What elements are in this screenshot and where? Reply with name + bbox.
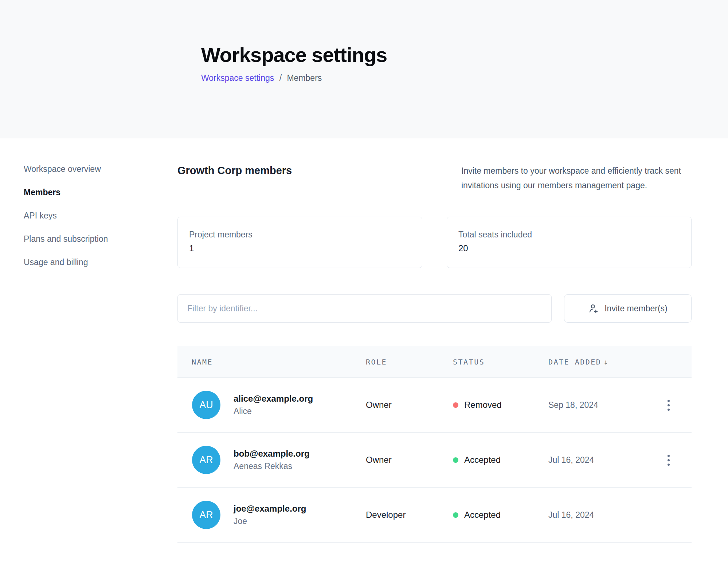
member-role: Developer: [366, 510, 453, 520]
member-role: Owner: [366, 455, 453, 465]
breadcrumb-separator: /: [279, 73, 282, 83]
table-row: AR joe@example.org Joe Developer Accepte…: [177, 488, 692, 543]
status-dot: [453, 402, 458, 408]
members-table: NAME ROLE STATUS DATE ADDED↓ AU alice@ex…: [177, 346, 692, 543]
member-identity: joe@example.org Joe: [234, 504, 306, 526]
status-label: Accepted: [464, 455, 501, 465]
member-name-cell: AR bob@example.org Aeneas Rekkas: [177, 446, 366, 474]
status-dot: [453, 457, 458, 463]
settings-sidebar: Workspace overview Members API keys Plan…: [0, 138, 177, 543]
member-email: alice@example.org: [234, 394, 313, 404]
stat-label: Project members: [189, 230, 422, 240]
invite-members-label: Invite member(s): [604, 304, 668, 314]
filter-toolbar: Invite member(s): [177, 294, 692, 323]
breadcrumb: Workspace settings / Members: [201, 73, 728, 83]
member-date-added: Jul 16, 2024: [548, 510, 648, 520]
stat-label: Total seats included: [458, 230, 691, 240]
member-display-name: Alice: [234, 406, 313, 416]
avatar: AU: [192, 391, 220, 419]
member-date-added: Jul 16, 2024: [548, 455, 648, 465]
member-display-name: Aeneas Rekkas: [234, 461, 310, 471]
members-panel: Growth Corp members Invite members to yo…: [177, 138, 692, 543]
member-name-cell: AR joe@example.org Joe: [177, 501, 366, 529]
member-status-cell: Removed: [453, 400, 548, 410]
status-label: Removed: [464, 400, 502, 410]
sidebar-item-usage-and-billing[interactable]: Usage and billing: [24, 257, 177, 268]
filter-input[interactable]: [177, 294, 552, 323]
member-role: Owner: [366, 400, 453, 410]
avatar: AR: [192, 501, 220, 529]
members-heading: Growth Corp members: [177, 164, 292, 193]
page-header: Workspace settings Workspace settings / …: [0, 0, 728, 138]
breadcrumb-link-workspace-settings[interactable]: Workspace settings: [201, 73, 274, 83]
stat-card-project-members: Project members 1: [177, 217, 422, 268]
row-menu-kebab-icon[interactable]: [665, 398, 672, 413]
row-menu-kebab-icon[interactable]: [665, 453, 672, 468]
table-header-row: NAME ROLE STATUS DATE ADDED↓: [177, 346, 692, 378]
stats-row: Project members 1 Total seats included 2…: [177, 217, 692, 268]
column-header-date-added[interactable]: DATE ADDED↓: [548, 358, 648, 366]
user-plus-icon: [588, 303, 599, 314]
member-actions-cell: [648, 452, 692, 468]
stat-card-total-seats: Total seats included 20: [447, 217, 692, 268]
content-area: Workspace overview Members API keys Plan…: [0, 138, 728, 543]
table-row: AR bob@example.org Aeneas Rekkas Owner A…: [177, 433, 692, 488]
invite-members-button[interactable]: Invite member(s): [564, 294, 692, 323]
members-panel-header: Growth Corp members Invite members to yo…: [177, 164, 692, 193]
members-description: Invite members to your workspace and eff…: [461, 164, 692, 193]
status-label: Accepted: [464, 510, 501, 520]
member-actions-cell: [648, 397, 692, 413]
breadcrumb-current: Members: [287, 73, 322, 83]
member-identity: alice@example.org Alice: [234, 394, 313, 416]
sidebar-item-workspace-overview[interactable]: Workspace overview: [24, 164, 177, 174]
sort-descending-icon: ↓: [603, 358, 608, 366]
sidebar-item-members[interactable]: Members: [24, 187, 177, 198]
member-email: joe@example.org: [234, 504, 306, 514]
stat-value: 20: [458, 243, 691, 253]
page-title: Workspace settings: [201, 43, 728, 67]
column-header-role: ROLE: [366, 358, 453, 366]
member-name-cell: AU alice@example.org Alice: [177, 391, 366, 419]
sidebar-item-plans-and-subscription[interactable]: Plans and subscription: [24, 233, 177, 244]
member-display-name: Joe: [234, 516, 306, 526]
column-header-status: STATUS: [453, 358, 548, 366]
stat-value: 1: [189, 243, 422, 253]
table-row: AU alice@example.org Alice Owner Removed…: [177, 378, 692, 433]
member-date-added: Sep 18, 2024: [548, 400, 648, 410]
member-status-cell: Accepted: [453, 455, 548, 465]
member-status-cell: Accepted: [453, 510, 548, 520]
member-email: bob@example.org: [234, 449, 310, 459]
sidebar-item-api-keys[interactable]: API keys: [24, 210, 177, 221]
status-dot: [453, 512, 458, 518]
avatar: AR: [192, 446, 220, 474]
member-identity: bob@example.org Aeneas Rekkas: [234, 449, 310, 471]
column-header-name: NAME: [177, 358, 366, 366]
